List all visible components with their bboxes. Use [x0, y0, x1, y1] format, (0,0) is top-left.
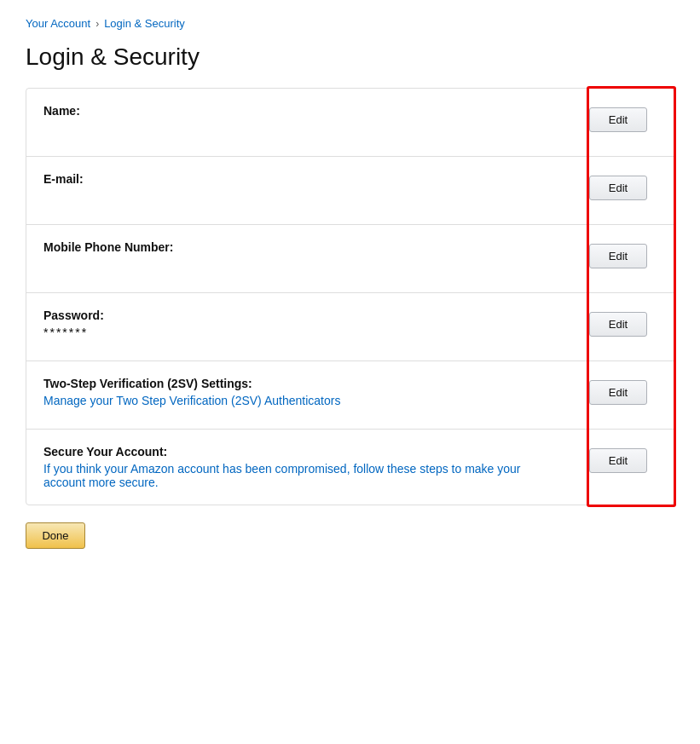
secure-edit-cell: Edit [580, 445, 657, 473]
password-content: Password: ******* [43, 309, 580, 339]
phone-content: Mobile Phone Number: [43, 240, 580, 257]
email-edit-button[interactable]: Edit [589, 176, 647, 200]
name-edit-cell: Edit [580, 104, 657, 132]
phone-label: Mobile Phone Number: [43, 240, 563, 254]
password-row: Password: ******* Edit [26, 293, 674, 361]
secure-edit-button[interactable]: Edit [589, 448, 647, 473]
email-content: E-mail: [43, 172, 580, 189]
2sv-description: Manage your Two Step Verification (2SV) … [43, 394, 563, 407]
2sv-content: Two-Step Verification (2SV) Settings: Ma… [43, 377, 580, 407]
secure-description: If you think your Amazon account has bee… [43, 462, 563, 489]
password-value: ******* [43, 326, 563, 339]
breadcrumb: Your Account › Login & Security [26, 17, 674, 30]
name-edit-button[interactable]: Edit [589, 107, 647, 132]
2sv-link[interactable]: Manage your Two Step Verification (2SV) … [43, 394, 340, 407]
phone-row: Mobile Phone Number: Edit [26, 225, 674, 293]
breadcrumb-account-link[interactable]: Your Account [26, 17, 90, 30]
email-row: E-mail: Edit [26, 157, 674, 225]
name-label: Name: [43, 104, 563, 118]
breadcrumb-separator: › [95, 18, 99, 30]
2sv-row: Two-Step Verification (2SV) Settings: Ma… [26, 361, 674, 430]
breadcrumb-current: Login & Security [104, 17, 185, 30]
name-content: Name: [43, 104, 580, 121]
password-edit-button[interactable]: Edit [589, 312, 647, 337]
2sv-edit-cell: Edit [580, 377, 657, 405]
password-label: Password: [43, 309, 563, 322]
security-panel: Name: Edit E-mail: Edit Mobile Phone Num… [26, 88, 674, 505]
2sv-label: Two-Step Verification (2SV) Settings: [43, 377, 563, 390]
secure-content: Secure Your Account: If you think your A… [43, 445, 580, 489]
name-row: Name: Edit [26, 89, 674, 157]
password-edit-cell: Edit [580, 309, 657, 337]
secure-label: Secure Your Account: [43, 445, 563, 459]
phone-edit-cell: Edit [580, 240, 657, 268]
secure-row: Secure Your Account: If you think your A… [26, 430, 674, 505]
done-button[interactable]: Done [26, 522, 85, 549]
email-label: E-mail: [43, 172, 563, 186]
phone-edit-button[interactable]: Edit [589, 244, 647, 268]
2sv-edit-button[interactable]: Edit [589, 380, 647, 405]
email-edit-cell: Edit [580, 172, 657, 200]
page-title: Login & Security [26, 43, 674, 71]
